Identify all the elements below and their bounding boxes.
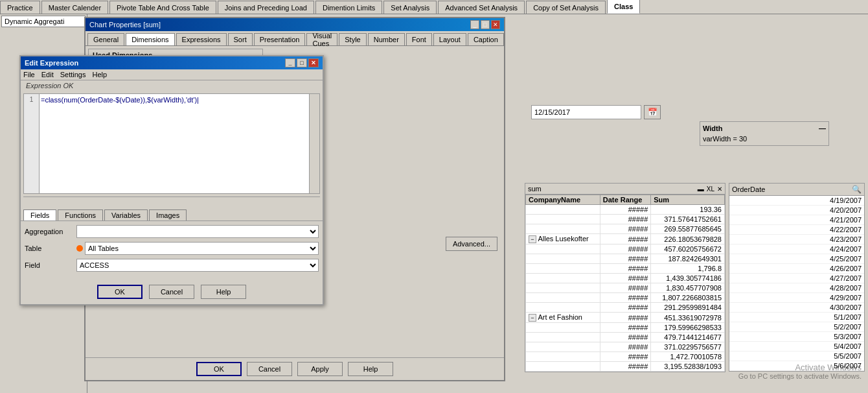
- chart-help-button[interactable]: Help: [348, 362, 393, 376]
- expr-scrollbar-h[interactable]: [23, 196, 320, 207]
- cell-company: [526, 274, 600, 283]
- tab-class[interactable]: Class: [607, 0, 640, 14]
- cell-company: [526, 293, 600, 303]
- expr-editor-area[interactable]: 1 =class(num(OrderDate-$(vDate)),$(varWi…: [23, 93, 320, 194]
- sum-table-header: sum ▬ XL ✕: [525, 184, 725, 195]
- expr-action-btns: OK Cancel Help: [21, 280, 323, 304]
- list-item[interactable]: 4/21/2007: [729, 215, 864, 225]
- expr-tab-fields[interactable]: Fields: [23, 209, 56, 220]
- cell-sum: 451.33619072978: [651, 313, 725, 323]
- tab-joins-and-preceding-load[interactable]: Joins and Preceding Load: [218, 1, 314, 14]
- dialog-tab-number[interactable]: Number: [368, 33, 405, 45]
- list-item[interactable]: 4/23/2007: [729, 235, 864, 244]
- dialog-tab-style[interactable]: Style: [339, 33, 366, 45]
- cell-sum: 479.71441214677: [651, 333, 725, 342]
- expr-scrollbar-v[interactable]: [309, 94, 319, 193]
- list-item[interactable]: 4/26/2007: [729, 264, 864, 274]
- list-item[interactable]: 5/3/2007: [729, 332, 864, 342]
- expr-cancel-button[interactable]: Cancel: [149, 285, 194, 299]
- expr-ok-button[interactable]: OK: [97, 285, 143, 299]
- list-item[interactable]: 5/2/2007: [729, 322, 864, 332]
- cell-company: [526, 224, 600, 234]
- dialog-tab-font[interactable]: Font: [406, 33, 432, 45]
- list-item[interactable]: 4/27/2007: [729, 274, 864, 283]
- menu-settings[interactable]: Settings: [60, 71, 86, 78]
- expr-close-btn[interactable]: ✕: [308, 58, 319, 67]
- list-item[interactable]: 4/20/2007: [729, 206, 864, 215]
- cell-company: [526, 283, 600, 293]
- cell-sum: 1,796.8: [651, 264, 725, 274]
- dialog-tab-layout[interactable]: Layout: [433, 33, 466, 45]
- collapse-btn[interactable]: −: [529, 235, 536, 243]
- dialog-titlebar: Chart Properties [sum] _ □ ✕: [86, 18, 504, 31]
- table-select-wrapper: All Tables: [76, 242, 319, 255]
- aggregation-select[interactable]: [76, 225, 319, 238]
- expr-tab-images[interactable]: Images: [149, 209, 187, 220]
- dialog-tab-expressions[interactable]: Expressions: [176, 33, 227, 45]
- menu-file[interactable]: File: [23, 71, 35, 78]
- table-select[interactable]: All Tables: [85, 242, 319, 255]
- advanced-button[interactable]: Advanced...: [446, 237, 497, 251]
- list-item[interactable]: 5/4/2007: [729, 342, 864, 351]
- menu-help[interactable]: Help: [92, 71, 107, 78]
- cell-daterange: #####: [600, 234, 650, 244]
- list-item[interactable]: 4/24/2007: [729, 244, 864, 254]
- activate-line1: Go to PC settings to activate Windows.: [738, 372, 862, 380]
- dialog-restore-btn[interactable]: □: [481, 20, 490, 29]
- expr-minimize-btn[interactable]: _: [285, 58, 295, 67]
- list-item[interactable]: 5/5/2007: [729, 351, 864, 361]
- table-row: #####1,830.457707908: [526, 283, 725, 293]
- chart-apply-button[interactable]: Apply: [297, 362, 343, 376]
- menu-edit[interactable]: Edit: [41, 71, 54, 78]
- width-minimize-btn[interactable]: —: [819, 125, 826, 132]
- expr-tab-variables[interactable]: Variables: [104, 209, 148, 220]
- tab-advanced-set-analysis[interactable]: Advanced Set Analysis: [438, 1, 525, 14]
- expr-title: Edit Expression: [25, 59, 78, 67]
- aggregation-label: Aggregation: [25, 228, 76, 235]
- tab-pivote-table-and-cross-table[interactable]: Pivote Table And Cross Table: [109, 1, 216, 14]
- width-title: Width —: [703, 125, 826, 132]
- dialog-tab-sort[interactable]: Sort: [228, 33, 253, 45]
- tab-set-analysis[interactable]: Set Analysis: [383, 1, 437, 14]
- tab-dimention-limits[interactable]: Dimention Limits: [315, 1, 382, 14]
- date-input[interactable]: [531, 105, 641, 119]
- dialog-tab-dimensions[interactable]: Dimensions: [126, 33, 174, 45]
- cell-daterange: #####: [600, 313, 650, 323]
- list-item[interactable]: 4/30/2007: [729, 303, 864, 313]
- chart-cancel-button[interactable]: Cancel: [247, 362, 292, 376]
- chart-ok-button[interactable]: OK: [196, 362, 242, 376]
- dialog-tab-general[interactable]: General: [87, 33, 124, 45]
- orderdate-search-icon[interactable]: 🔍: [852, 185, 862, 194]
- sum-table-min-btn[interactable]: ▬: [698, 185, 704, 193]
- expr-tab-functions[interactable]: Functions: [58, 209, 103, 220]
- sum-table-controls: ▬ XL ✕: [698, 185, 722, 193]
- sum-table-xl-btn[interactable]: XL: [707, 185, 714, 193]
- list-item[interactable]: 4/22/2007: [729, 225, 864, 235]
- list-item[interactable]: 5/1/2007: [729, 313, 864, 322]
- dialog-tab-presentation[interactable]: Presentation: [254, 33, 306, 45]
- dialog-tab-visual cues[interactable]: Visual Cues: [306, 33, 337, 45]
- dialog-close-btn[interactable]: ✕: [491, 20, 500, 29]
- expr-titlebar: Edit Expression _ □ ✕: [21, 56, 323, 69]
- tab-copy-of-set-analysis[interactable]: Copy of Set Analysis: [526, 1, 606, 14]
- orange-dot: [76, 245, 83, 252]
- tab-practice[interactable]: Practice: [0, 1, 40, 14]
- cell-sum: 371.02295756577: [651, 342, 725, 352]
- orderdate-title: OrderDate: [732, 185, 765, 193]
- list-item[interactable]: 4/25/2007: [729, 254, 864, 264]
- sum-table-close-btn[interactable]: ✕: [717, 185, 722, 193]
- dialog-tab-caption[interactable]: Caption: [468, 33, 504, 45]
- collapse-btn[interactable]: −: [529, 314, 536, 322]
- list-item[interactable]: 4/29/2007: [729, 293, 864, 303]
- list-item[interactable]: 4/19/2007: [729, 196, 864, 206]
- expr-help-button[interactable]: Help: [201, 285, 246, 299]
- left-panel-tab[interactable]: Dynamic Aggregati: [1, 16, 86, 27]
- dialog-minimize-btn[interactable]: _: [470, 20, 479, 29]
- list-item[interactable]: 4/28/2007: [729, 283, 864, 293]
- expr-restore-btn[interactable]: □: [297, 58, 307, 67]
- field-select[interactable]: ACCESS: [76, 259, 319, 272]
- calendar-button[interactable]: 📅: [644, 105, 661, 119]
- cell-daterange: #####: [600, 254, 650, 264]
- width-panel: Width — varWidth = 30: [700, 121, 829, 146]
- tab-master-calender[interactable]: Master Calender: [41, 1, 108, 14]
